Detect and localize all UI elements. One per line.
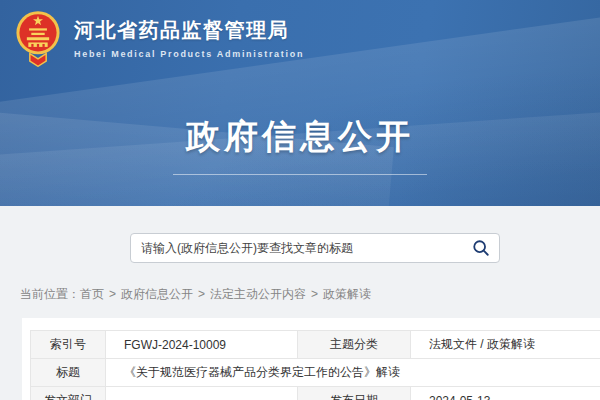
site-titles: 河北省药品监督管理局 Hebei Medical Products Admini…	[74, 9, 304, 59]
banner-underline	[173, 174, 427, 175]
field-label-publish-date: 发布日期	[298, 387, 411, 400]
search-icon	[472, 239, 490, 257]
breadcrumb-separator: >	[311, 287, 318, 301]
breadcrumb-item-home[interactable]: 首页	[80, 287, 104, 301]
site-logo[interactable]: 河北省药品监督管理局 Hebei Medical Products Admini…	[14, 9, 304, 67]
search-input[interactable]	[131, 234, 463, 262]
breadcrumb-prefix: 当前位置：	[20, 287, 80, 301]
field-label-topic-category: 主题分类	[298, 331, 411, 359]
site-subtitle: Hebei Medical Products Administration	[74, 49, 304, 59]
field-value-issuing-department	[106, 387, 298, 400]
national-emblem-icon	[14, 9, 62, 67]
banner-title: 政府信息公开	[0, 114, 600, 160]
search-box	[130, 233, 500, 263]
breadcrumb-item-gov-info[interactable]: 政府信息公开	[121, 287, 193, 301]
field-label-index-number: 索引号	[31, 331, 106, 359]
field-value-title: 《关于规范医疗器械产品分类界定工作的公告》解读	[106, 359, 600, 387]
field-label-issuing-department: 发文部门	[31, 387, 106, 400]
banner: 政府信息公开	[0, 114, 600, 175]
field-label-title: 标题	[31, 359, 106, 387]
breadcrumb-separator: >	[198, 287, 205, 301]
document-card: 索引号 FGWJ-2024-10009 主题分类 法规文件 / 政策解读 标题 …	[22, 318, 600, 400]
search-button[interactable]	[463, 234, 499, 262]
field-value-topic-category: 法规文件 / 政策解读	[411, 331, 600, 359]
breadcrumb-item-statutory-disclosure[interactable]: 法定主动公开内容	[210, 287, 306, 301]
breadcrumb-separator: >	[109, 287, 116, 301]
page: 河北省药品监督管理局 Hebei Medical Products Admini…	[0, 0, 600, 400]
table-row: 标题 《关于规范医疗器械产品分类界定工作的公告》解读	[31, 359, 600, 387]
breadcrumb: 当前位置：首页>政府信息公开>法定主动公开内容>政策解读	[20, 286, 371, 303]
table-row: 发文部门 发布日期 2024-05-13	[31, 387, 600, 400]
table-row: 索引号 FGWJ-2024-10009 主题分类 法规文件 / 政策解读	[31, 331, 600, 359]
document-info-table: 索引号 FGWJ-2024-10009 主题分类 法规文件 / 政策解读 标题 …	[30, 330, 600, 400]
breadcrumb-item-policy-interpretation[interactable]: 政策解读	[323, 287, 371, 301]
site-header: 河北省药品监督管理局 Hebei Medical Products Admini…	[0, 0, 600, 206]
field-value-publish-date: 2024-05-13	[411, 387, 600, 400]
site-title: 河北省药品监督管理局	[74, 17, 304, 44]
field-value-index-number: FGWJ-2024-10009	[106, 331, 298, 359]
